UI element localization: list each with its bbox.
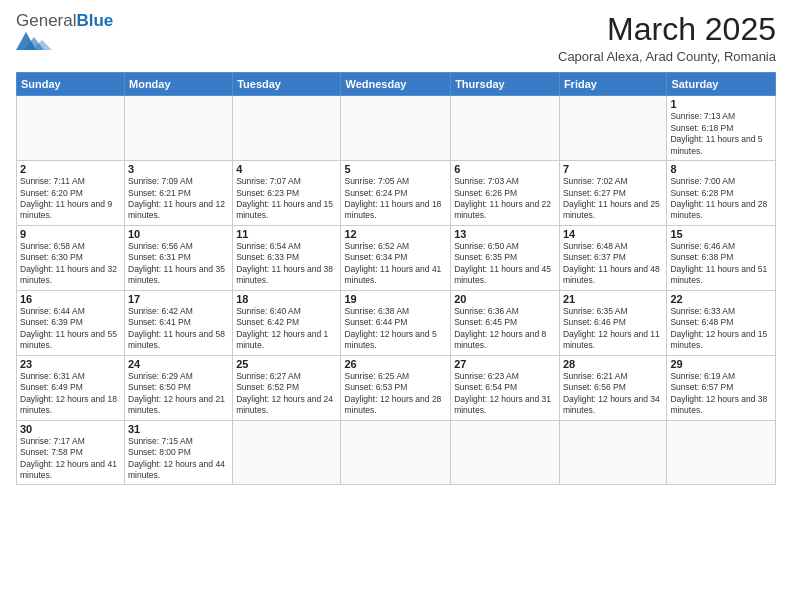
calendar-cell-w5-d1: 23Sunrise: 6:31 AMSunset: 6:49 PMDayligh… — [17, 355, 125, 420]
calendar-cell-w2-d1: 2Sunrise: 7:11 AMSunset: 6:20 PMDaylight… — [17, 161, 125, 226]
day-info: Sunrise: 7:02 AMSunset: 6:27 PMDaylight:… — [563, 176, 663, 222]
day-info: Sunrise: 7:05 AMSunset: 6:24 PMDaylight:… — [344, 176, 447, 222]
day-number: 5 — [344, 163, 447, 175]
calendar-cell-w6-d4 — [341, 420, 451, 485]
calendar-cell-w6-d6 — [559, 420, 666, 485]
calendar-week-3: 9Sunrise: 6:58 AMSunset: 6:30 PMDaylight… — [17, 225, 776, 290]
day-info: Sunrise: 6:46 AMSunset: 6:38 PMDaylight:… — [670, 241, 772, 287]
day-info: Sunrise: 6:21 AMSunset: 6:56 PMDaylight:… — [563, 371, 663, 417]
day-number: 27 — [454, 358, 556, 370]
day-info: Sunrise: 6:42 AMSunset: 6:41 PMDaylight:… — [128, 306, 229, 352]
day-info: Sunrise: 7:09 AMSunset: 6:21 PMDaylight:… — [128, 176, 229, 222]
day-info: Sunrise: 6:35 AMSunset: 6:46 PMDaylight:… — [563, 306, 663, 352]
calendar-cell-w5-d5: 27Sunrise: 6:23 AMSunset: 6:54 PMDayligh… — [451, 355, 560, 420]
day-info: Sunrise: 6:48 AMSunset: 6:37 PMDaylight:… — [563, 241, 663, 287]
day-info: Sunrise: 7:03 AMSunset: 6:26 PMDaylight:… — [454, 176, 556, 222]
calendar-cell-w1-d3 — [233, 96, 341, 161]
calendar-cell-w1-d7: 1Sunrise: 7:13 AMSunset: 6:18 PMDaylight… — [667, 96, 776, 161]
calendar-header-row: Sunday Monday Tuesday Wednesday Thursday… — [17, 73, 776, 96]
calendar-cell-w2-d7: 8Sunrise: 7:00 AMSunset: 6:28 PMDaylight… — [667, 161, 776, 226]
col-tuesday: Tuesday — [233, 73, 341, 96]
calendar-cell-w2-d6: 7Sunrise: 7:02 AMSunset: 6:27 PMDaylight… — [559, 161, 666, 226]
calendar-cell-w3-d6: 14Sunrise: 6:48 AMSunset: 6:37 PMDayligh… — [559, 225, 666, 290]
day-info: Sunrise: 6:29 AMSunset: 6:50 PMDaylight:… — [128, 371, 229, 417]
col-thursday: Thursday — [451, 73, 560, 96]
calendar-cell-w3-d3: 11Sunrise: 6:54 AMSunset: 6:33 PMDayligh… — [233, 225, 341, 290]
calendar-cell-w1-d1 — [17, 96, 125, 161]
day-info: Sunrise: 6:56 AMSunset: 6:31 PMDaylight:… — [128, 241, 229, 287]
day-number: 21 — [563, 293, 663, 305]
day-number: 29 — [670, 358, 772, 370]
day-number: 25 — [236, 358, 337, 370]
calendar-week-6: 30Sunrise: 7:17 AMSunset: 7:58 PMDayligh… — [17, 420, 776, 485]
day-info: Sunrise: 7:07 AMSunset: 6:23 PMDaylight:… — [236, 176, 337, 222]
day-number: 28 — [563, 358, 663, 370]
calendar-week-1: 1Sunrise: 7:13 AMSunset: 6:18 PMDaylight… — [17, 96, 776, 161]
day-number: 15 — [670, 228, 772, 240]
day-info: Sunrise: 7:00 AMSunset: 6:28 PMDaylight:… — [670, 176, 772, 222]
calendar-cell-w4-d4: 19Sunrise: 6:38 AMSunset: 6:44 PMDayligh… — [341, 290, 451, 355]
day-number: 4 — [236, 163, 337, 175]
day-info: Sunrise: 6:58 AMSunset: 6:30 PMDaylight:… — [20, 241, 121, 287]
calendar-cell-w6-d1: 30Sunrise: 7:17 AMSunset: 7:58 PMDayligh… — [17, 420, 125, 485]
page: GeneralBlue March 2025 Caporal Alexa, Ar… — [0, 0, 792, 612]
day-info: Sunrise: 6:36 AMSunset: 6:45 PMDaylight:… — [454, 306, 556, 352]
col-wednesday: Wednesday — [341, 73, 451, 96]
day-number: 30 — [20, 423, 121, 435]
day-number: 16 — [20, 293, 121, 305]
calendar-cell-w4-d7: 22Sunrise: 6:33 AMSunset: 6:48 PMDayligh… — [667, 290, 776, 355]
calendar-cell-w5-d2: 24Sunrise: 6:29 AMSunset: 6:50 PMDayligh… — [125, 355, 233, 420]
day-info: Sunrise: 6:19 AMSunset: 6:57 PMDaylight:… — [670, 371, 772, 417]
calendar-cell-w6-d2: 31Sunrise: 7:15 AMSunset: 8:00 PMDayligh… — [125, 420, 233, 485]
calendar-cell-w1-d4 — [341, 96, 451, 161]
header: GeneralBlue March 2025 Caporal Alexa, Ar… — [16, 12, 776, 64]
day-number: 7 — [563, 163, 663, 175]
day-number: 26 — [344, 358, 447, 370]
day-info: Sunrise: 6:50 AMSunset: 6:35 PMDaylight:… — [454, 241, 556, 287]
calendar-cell-w1-d6 — [559, 96, 666, 161]
title-block: March 2025 Caporal Alexa, Arad County, R… — [558, 12, 776, 64]
day-number: 12 — [344, 228, 447, 240]
calendar-cell-w3-d2: 10Sunrise: 6:56 AMSunset: 6:31 PMDayligh… — [125, 225, 233, 290]
calendar-cell-w4-d5: 20Sunrise: 6:36 AMSunset: 6:45 PMDayligh… — [451, 290, 560, 355]
day-info: Sunrise: 7:17 AMSunset: 7:58 PMDaylight:… — [20, 436, 121, 482]
day-number: 2 — [20, 163, 121, 175]
calendar-cell-w5-d7: 29Sunrise: 6:19 AMSunset: 6:57 PMDayligh… — [667, 355, 776, 420]
day-info: Sunrise: 7:15 AMSunset: 8:00 PMDaylight:… — [128, 436, 229, 482]
day-info: Sunrise: 6:44 AMSunset: 6:39 PMDaylight:… — [20, 306, 121, 352]
calendar-cell-w3-d7: 15Sunrise: 6:46 AMSunset: 6:38 PMDayligh… — [667, 225, 776, 290]
day-info: Sunrise: 6:38 AMSunset: 6:44 PMDaylight:… — [344, 306, 447, 352]
calendar-cell-w3-d5: 13Sunrise: 6:50 AMSunset: 6:35 PMDayligh… — [451, 225, 560, 290]
day-info: Sunrise: 6:52 AMSunset: 6:34 PMDaylight:… — [344, 241, 447, 287]
day-info: Sunrise: 6:33 AMSunset: 6:48 PMDaylight:… — [670, 306, 772, 352]
calendar-cell-w2-d4: 5Sunrise: 7:05 AMSunset: 6:24 PMDaylight… — [341, 161, 451, 226]
day-number: 3 — [128, 163, 229, 175]
day-number: 17 — [128, 293, 229, 305]
logo: GeneralBlue — [16, 12, 113, 54]
col-saturday: Saturday — [667, 73, 776, 96]
calendar-cell-w3-d4: 12Sunrise: 6:52 AMSunset: 6:34 PMDayligh… — [341, 225, 451, 290]
day-number: 20 — [454, 293, 556, 305]
day-number: 23 — [20, 358, 121, 370]
day-info: Sunrise: 6:27 AMSunset: 6:52 PMDaylight:… — [236, 371, 337, 417]
day-info: Sunrise: 6:54 AMSunset: 6:33 PMDaylight:… — [236, 241, 337, 287]
day-info: Sunrise: 7:11 AMSunset: 6:20 PMDaylight:… — [20, 176, 121, 222]
day-number: 19 — [344, 293, 447, 305]
day-number: 11 — [236, 228, 337, 240]
day-info: Sunrise: 6:25 AMSunset: 6:53 PMDaylight:… — [344, 371, 447, 417]
calendar-cell-w3-d1: 9Sunrise: 6:58 AMSunset: 6:30 PMDaylight… — [17, 225, 125, 290]
day-number: 13 — [454, 228, 556, 240]
day-number: 31 — [128, 423, 229, 435]
day-number: 9 — [20, 228, 121, 240]
day-info: Sunrise: 6:31 AMSunset: 6:49 PMDaylight:… — [20, 371, 121, 417]
subtitle: Caporal Alexa, Arad County, Romania — [558, 49, 776, 64]
calendar-week-4: 16Sunrise: 6:44 AMSunset: 6:39 PMDayligh… — [17, 290, 776, 355]
day-number: 8 — [670, 163, 772, 175]
calendar-cell-w6-d5 — [451, 420, 560, 485]
calendar-cell-w1-d5 — [451, 96, 560, 161]
logo-blue: Blue — [76, 11, 113, 30]
col-monday: Monday — [125, 73, 233, 96]
day-number: 18 — [236, 293, 337, 305]
calendar-week-5: 23Sunrise: 6:31 AMSunset: 6:49 PMDayligh… — [17, 355, 776, 420]
day-number: 6 — [454, 163, 556, 175]
